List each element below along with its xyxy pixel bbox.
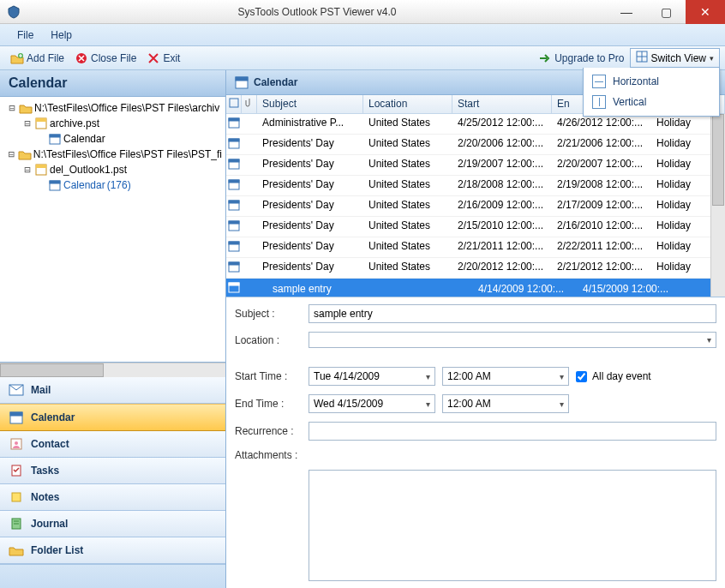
nav-notes-label: Notes [31,491,59,503]
row-end: 2/20/2007 12:00:... [552,155,651,175]
row-calendar-icon [226,114,242,134]
svg-rect-24 [236,77,248,81]
tree-row[interactable]: ⊟ del_Outlook1.pst [3,162,222,177]
exit-button[interactable]: Exit [141,50,185,67]
switch-view-button[interactable]: Switch View ▾ [630,48,720,68]
recurrence-input[interactable] [309,422,716,441]
end-time-value: 12:00 AM [447,398,491,410]
menu-help[interactable]: Help [42,26,81,45]
label-attachments: Attachments : [235,449,302,461]
minimize-button[interactable]: — [607,0,646,24]
start-time-select[interactable]: 12:00 AM▾ [442,367,569,386]
tree-collapse-icon[interactable]: ⊟ [22,164,33,176]
titlebar: SysTools Outlook PST Viewer v4.0 — ▢ ✕ [0,0,725,24]
attachments-box[interactable] [309,470,716,581]
nav-notes[interactable]: Notes [0,484,225,511]
row-attachment-cell [242,196,257,216]
col-icon[interactable] [226,95,242,113]
col-attachment[interactable] [242,95,257,113]
close-file-button[interactable]: Close File [69,50,141,67]
tree-row[interactable]: Calendar (176) [3,177,222,193]
nav-contact[interactable]: Contact [0,431,225,458]
label-subject: Subject : [235,308,302,320]
all-day-checkbox[interactable]: All day event [576,370,651,382]
menu-file[interactable]: File [9,26,42,45]
tree-collapse-icon[interactable]: ⊟ [22,117,33,129]
table-row[interactable]: Presidents' DayUnited States2/20/2006 12… [226,135,725,155]
folder-icon [18,147,32,161]
nav-tasks[interactable]: Tasks [0,458,225,484]
chevron-down-icon: ▾ [426,399,430,409]
table-row[interactable]: sample entry4/14/2009 12:00:...4/15/2009… [226,279,725,297]
maximize-button[interactable]: ▢ [646,0,686,24]
switch-view-horizontal[interactable]: Horizontal [587,71,716,92]
tree-collapse-icon[interactable]: ⊟ [7,102,17,114]
row-start: 4/25/2012 12:00:... [452,114,552,134]
nav-list: Mail Calendar Contact Tasks Notes Journa… [0,377,225,564]
row-attachment-cell [242,155,257,175]
nav-folder-list[interactable]: Folder List [0,537,225,564]
chevron-down-icon: ▾ [560,399,564,409]
col-location[interactable]: Location [363,95,452,113]
nav-journal[interactable]: Journal [0,511,225,537]
tree-collapse-icon[interactable]: ⊟ [7,148,16,160]
svg-rect-31 [229,159,239,162]
nav-calendar[interactable]: Calendar [0,404,225,431]
exit-icon [147,51,160,65]
menubar: File Help [0,24,725,46]
table-row[interactable]: Presidents' DayUnited States2/20/2012 12… [226,258,725,279]
tree-row[interactable]: ⊟ archive.pst [3,116,222,131]
row-attachment-cell [242,176,257,195]
svg-point-17 [15,441,18,445]
row-end: 4/26/2012 12:00:... [552,114,651,134]
label-location: Location : [235,334,302,346]
row-start: 2/20/2012 12:00:... [452,258,552,278]
row-subject: Presidents' Day [257,155,363,175]
end-time-select[interactable]: 12:00 AM▾ [442,394,569,413]
row-start: 2/20/2006 12:00:... [452,135,552,154]
location-select[interactable]: ▾ [309,332,716,348]
tree-horizontal-scrollbar[interactable] [0,363,225,377]
svg-rect-37 [229,221,239,224]
row-location [379,286,468,291]
upgrade-button[interactable]: Upgrade to Pro [533,50,629,67]
all-day-checkbox-input[interactable] [576,371,587,382]
vertical-layout-icon [592,95,606,109]
row-attachment-cell [242,258,257,278]
tree-row[interactable]: ⊟ N:\TestFiles\Office Files\PST Files\PS… [3,147,222,162]
row-attachment-cell [242,114,257,134]
tree-row[interactable]: Calendar [3,131,222,147]
table-row[interactable]: Presidents' DayUnited States2/18/2008 12… [226,176,725,196]
table-row[interactable]: Presidents' DayUnited States2/19/2007 12… [226,155,725,176]
tree-calendar-1: Calendar [63,133,105,145]
chevron-down-icon: ▾ [426,372,430,381]
mail-icon [9,382,24,398]
grid-vertical-scrollbar[interactable] [710,114,725,297]
tasks-icon [9,463,24,478]
row-calendar-icon [226,279,242,297]
tree-row[interactable]: ⊟ N:\TestFiles\Office Files\PST Files\ar… [3,100,222,116]
row-calendar-icon [226,237,242,257]
row-end: 2/17/2009 12:00:... [552,196,651,216]
table-row[interactable]: Presidents' DayUnited States2/15/2010 12… [226,217,725,237]
row-location: United States [363,258,452,278]
start-date-select[interactable]: Tue 4/14/2009▾ [309,367,435,386]
subject-input[interactable] [309,304,716,323]
row-location: United States [363,196,452,216]
end-date-select[interactable]: Wed 4/15/2009▾ [309,394,435,413]
right-pane: Calendar Subject Location Start En ies A… [226,70,725,588]
close-window-button[interactable]: ✕ [686,0,725,24]
svg-rect-43 [229,283,239,285]
table-row[interactable]: Administrative P...United States4/25/201… [226,114,725,135]
col-subject[interactable]: Subject [257,95,363,113]
table-row[interactable]: Presidents' DayUnited States2/21/2011 12… [226,237,725,258]
folder-tree: ⊟ N:\TestFiles\Office Files\PST Files\ar… [0,97,225,363]
col-start[interactable]: Start [452,95,552,113]
detail-form: Subject : Location : ▾ Start Time : Tue … [226,297,725,588]
row-start: 2/16/2009 12:00:... [452,196,552,216]
row-end: 2/16/2010 12:00:... [552,217,651,237]
nav-mail[interactable]: Mail [0,377,225,404]
add-file-button[interactable]: Add File [5,50,69,67]
switch-view-vertical[interactable]: Vertical [587,92,716,112]
table-row[interactable]: Presidents' DayUnited States2/16/2009 12… [226,196,725,217]
